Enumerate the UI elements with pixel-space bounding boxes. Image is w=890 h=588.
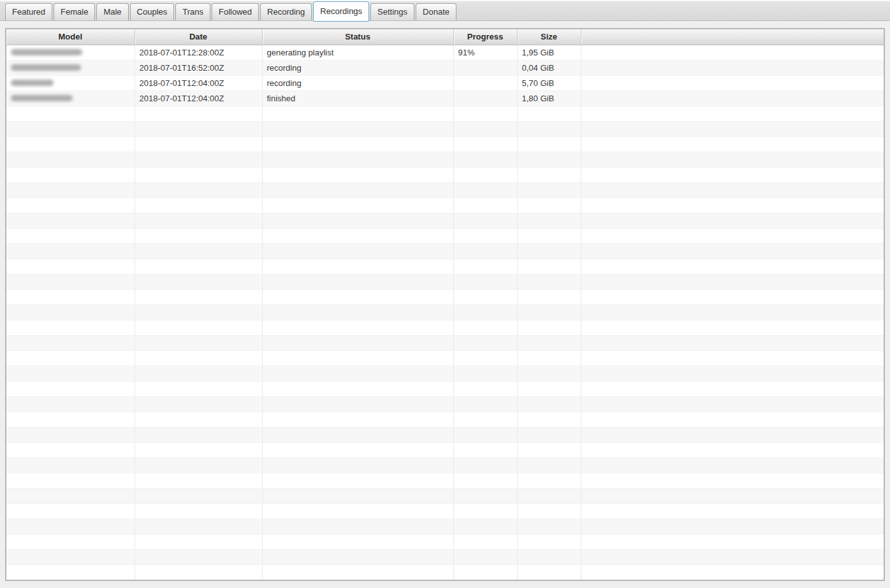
- model-name-redacted: [11, 64, 81, 71]
- progress-cell: [453, 60, 517, 75]
- model-name-redacted: [11, 80, 54, 86]
- model-cell: [6, 60, 135, 75]
- empty-cell: [581, 289, 884, 305]
- empty-cell: [517, 366, 581, 381]
- empty-row: [6, 549, 884, 564]
- tab-couples[interactable]: Couples: [130, 3, 175, 20]
- model-cell: [6, 45, 135, 60]
- extra-cell: [581, 75, 884, 90]
- progress-cell: [453, 75, 517, 90]
- empty-cell: [262, 152, 453, 167]
- date-cell: 2018-07-01T12:28:00Z: [135, 45, 262, 60]
- empty-cell: [135, 259, 262, 274]
- empty-cell: [6, 243, 135, 259]
- tab-female[interactable]: Female: [54, 3, 95, 20]
- empty-cell: [517, 381, 581, 396]
- empty-cell: [581, 106, 884, 121]
- empty-cell: [135, 197, 262, 213]
- empty-cell: [581, 366, 884, 381]
- empty-cell: [581, 167, 884, 182]
- empty-row: [6, 427, 884, 442]
- tab-trans[interactable]: Trans: [175, 3, 210, 20]
- empty-cell: [581, 121, 884, 136]
- empty-row: [6, 412, 884, 427]
- empty-cell: [517, 121, 581, 136]
- empty-cell: [6, 457, 135, 473]
- empty-cell: [453, 457, 517, 473]
- empty-cell: [517, 182, 581, 197]
- tab-settings[interactable]: Settings: [370, 3, 414, 20]
- tab-row: Featured Female Male Couples Trans Follo…: [0, 1, 890, 20]
- empty-cell: [135, 213, 262, 228]
- empty-cell: [581, 243, 884, 259]
- empty-row: [6, 442, 884, 457]
- table-row[interactable]: 2018-07-01T16:52:00Z recording 0,04 GiB: [6, 60, 884, 75]
- tab-followed[interactable]: Followed: [212, 3, 259, 20]
- empty-cell: [6, 152, 135, 167]
- empty-cell: [262, 473, 453, 488]
- empty-cell: [135, 549, 262, 564]
- empty-cell: [581, 136, 884, 152]
- empty-cell: [262, 396, 453, 412]
- empty-cell: [262, 427, 453, 442]
- tab-donate[interactable]: Donate: [416, 3, 456, 20]
- table-row[interactable]: 2018-07-01T12:28:00Z generating playlist…: [6, 45, 884, 60]
- empty-cell: [6, 366, 135, 381]
- table-header-row: Model Date Status Progress Size: [6, 29, 884, 45]
- empty-row: [6, 213, 884, 228]
- empty-cell: [262, 274, 453, 289]
- empty-cell: [517, 335, 581, 350]
- empty-cell: [135, 320, 262, 335]
- empty-cell: [135, 152, 262, 167]
- empty-cell: [6, 106, 135, 121]
- progress-cell: [453, 90, 517, 106]
- empty-cell: [135, 457, 262, 473]
- empty-row: [6, 350, 884, 366]
- empty-cell: [6, 381, 135, 396]
- model-name-redacted: [11, 95, 73, 101]
- empty-cell: [453, 549, 517, 564]
- column-header-size[interactable]: Size: [517, 29, 581, 45]
- empty-cell: [517, 289, 581, 305]
- column-header-progress[interactable]: Progress: [453, 29, 517, 45]
- empty-cell: [517, 534, 581, 549]
- tab-featured[interactable]: Featured: [5, 3, 52, 20]
- empty-cell: [135, 381, 262, 396]
- size-cell: 1,80 GiB: [517, 90, 581, 106]
- column-header-model[interactable]: Model: [6, 29, 135, 45]
- empty-cell: [6, 549, 135, 564]
- column-header-status[interactable]: Status: [262, 29, 453, 45]
- empty-cell: [262, 121, 453, 136]
- empty-cell: [6, 289, 135, 305]
- empty-cell: [6, 442, 135, 457]
- empty-cell: [517, 106, 581, 121]
- empty-cell: [6, 427, 135, 442]
- model-cell: [6, 75, 135, 90]
- empty-row: [6, 121, 884, 136]
- recordings-table: Model Date Status Progress Size 2018-07-…: [6, 29, 884, 580]
- tab-recordings[interactable]: Recordings: [313, 1, 369, 22]
- table-row[interactable]: 2018-07-01T12:04:00Z finished 1,80 GiB: [6, 90, 884, 106]
- empty-cell: [135, 274, 262, 289]
- status-cell: finished: [262, 90, 453, 106]
- progress-cell: 91%: [453, 45, 517, 60]
- tab-recording[interactable]: Recording: [260, 3, 312, 20]
- empty-cell: [262, 243, 453, 259]
- empty-cell: [517, 136, 581, 152]
- tab-male[interactable]: Male: [96, 3, 128, 20]
- empty-row: [6, 136, 884, 152]
- empty-cell: [262, 167, 453, 182]
- empty-cell: [262, 457, 453, 473]
- empty-row: [6, 182, 884, 197]
- size-cell: 5,70 GiB: [517, 75, 581, 90]
- empty-cell: [581, 213, 884, 228]
- empty-cell: [453, 427, 517, 442]
- empty-cell: [453, 320, 517, 335]
- empty-cell: [135, 412, 262, 427]
- empty-row: [6, 488, 884, 503]
- empty-cell: [581, 488, 884, 503]
- empty-cell: [6, 274, 135, 289]
- table-row[interactable]: 2018-07-01T12:04:00Z recording 5,70 GiB: [6, 75, 884, 90]
- empty-cell: [6, 534, 135, 549]
- column-header-date[interactable]: Date: [135, 29, 262, 45]
